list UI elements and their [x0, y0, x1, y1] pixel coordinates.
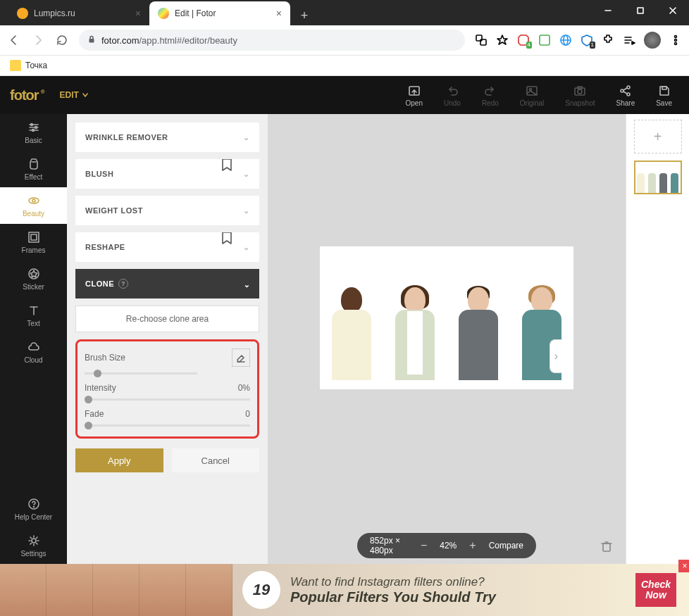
sidebar-item-sticker[interactable]: Sticker	[0, 260, 67, 297]
back-button[interactable]	[7, 33, 21, 47]
bookmark-item[interactable]: Точка	[25, 61, 47, 70]
svg-rect-42	[29, 232, 39, 242]
compare-button[interactable]: Compare	[489, 541, 523, 551]
premium-ribbon-icon	[221, 159, 232, 175]
globe-ext-icon[interactable]	[559, 34, 572, 46]
zoom-out-button[interactable]: −	[421, 539, 427, 552]
svg-point-37	[35, 127, 37, 129]
ad-banner[interactable]: 19 Want to find Instagram filters online…	[0, 564, 689, 616]
add-image-button[interactable]: +	[634, 120, 682, 153]
sidebar-item-frames[interactable]: Frames	[0, 224, 67, 260]
zoom-in-button[interactable]: +	[469, 539, 476, 552]
adblock-icon[interactable]: 4	[517, 34, 530, 46]
ad-thumbnails	[0, 564, 232, 616]
svg-marker-16	[632, 42, 635, 44]
accordion-weight-lost[interactable]: WEIGHT LOST⌄	[75, 196, 259, 225]
open-button[interactable]: Open	[399, 84, 430, 107]
chrome-menu-icon[interactable]	[669, 34, 682, 46]
vault-badge: 1	[590, 42, 595, 49]
snapshot-button[interactable]: Snapshot	[558, 84, 602, 107]
intensity-label: Intensity	[85, 383, 116, 393]
vault-ext-icon[interactable]: 1	[581, 34, 593, 46]
new-tab-button[interactable]: +	[294, 6, 314, 25]
accordion-blush[interactable]: BLUSH⌄	[75, 159, 259, 189]
svg-point-41	[32, 199, 35, 202]
close-window-button[interactable]	[657, 0, 689, 22]
forward-button[interactable]	[31, 33, 45, 47]
collapse-thumbnails-button[interactable]: ›	[550, 339, 562, 373]
premium-ribbon-icon	[221, 232, 232, 248]
svg-point-50	[32, 539, 36, 543]
undo-button[interactable]: Undo	[437, 84, 468, 107]
ad-close-button[interactable]: ×	[678, 560, 689, 572]
sidebar-item-basic[interactable]: Basic	[0, 114, 67, 151]
cancel-button[interactable]: Cancel	[172, 448, 260, 472]
sidebar-item-help[interactable]: Help Center	[0, 491, 67, 527]
lock-icon	[87, 35, 96, 46]
svg-rect-43	[31, 234, 37, 240]
svg-point-38	[32, 130, 34, 132]
ad-subheadline: Popular Filters You Should Try	[290, 589, 635, 605]
close-icon[interactable]: ×	[276, 8, 282, 19]
fotor-logo[interactable]: fotor®	[10, 87, 39, 103]
thumbnail-1[interactable]	[634, 161, 682, 194]
fade-slider[interactable]	[85, 425, 250, 427]
zoom-value: 42%	[440, 541, 457, 551]
editor-canvas[interactable]: 852px × 480px − 42% + Compare ›	[268, 114, 626, 564]
svg-point-49	[33, 507, 34, 508]
extensions-icon[interactable]	[602, 34, 614, 46]
checkmark-ext-icon[interactable]	[538, 34, 551, 46]
eraser-icon[interactable]	[232, 348, 250, 367]
svg-point-19	[675, 43, 677, 45]
media-icon[interactable]	[623, 34, 635, 46]
redo-button[interactable]: Redo	[475, 84, 506, 107]
accordion-wrinkle-remover[interactable]: WRINKLE REMOVER⌄	[75, 122, 259, 152]
chevron-down-icon: ⌄	[243, 206, 250, 215]
help-icon[interactable]: ?	[118, 279, 128, 289]
chevron-down-icon: ⌄	[243, 133, 250, 142]
svg-rect-4	[89, 39, 94, 43]
tab-title: Edit | Fotor	[175, 8, 216, 18]
delete-button[interactable]	[600, 540, 613, 555]
translate-icon[interactable]	[475, 34, 488, 46]
svg-rect-1	[638, 8, 643, 13]
accordion-reshape[interactable]: RESHAPE⌄	[75, 232, 259, 262]
tab-lumpics[interactable]: Lumpics.ru ×	[8, 1, 149, 25]
sidebar-item-text[interactable]: Text	[0, 297, 67, 334]
chevron-down-icon: ⌄	[243, 243, 250, 252]
tab-fotor[interactable]: Edit | Fotor ×	[149, 1, 290, 25]
highlighted-controls: Brush Size Intensity0% Fade0	[75, 339, 259, 439]
reload-button[interactable]	[55, 33, 69, 47]
ad-cta-button[interactable]: CheckNow	[635, 573, 676, 607]
bookmarks-bar: Точка	[0, 56, 689, 76]
app-toolbar: fotor® EDIT Open Undo Redo Original Snap…	[0, 76, 689, 114]
share-button[interactable]: Share	[609, 84, 643, 107]
sidebar-item-settings[interactable]: Settings	[0, 527, 67, 564]
minimize-button[interactable]	[592, 0, 624, 22]
fade-value: 0	[245, 409, 250, 419]
svg-point-18	[675, 39, 677, 42]
svg-line-30	[623, 88, 627, 90]
intensity-slider[interactable]	[85, 398, 250, 401]
sidebar-item-effect[interactable]: Effect	[0, 151, 67, 187]
accordion-clone[interactable]: CLONE?⌃	[75, 269, 259, 298]
brush-size-slider[interactable]	[85, 372, 197, 375]
save-button[interactable]: Save	[649, 84, 679, 107]
mode-dropdown[interactable]: EDIT	[60, 90, 89, 100]
maximize-button[interactable]	[624, 0, 657, 22]
apply-button[interactable]: Apply	[75, 448, 163, 472]
address-bar[interactable]: fotor.com/app.html#/editor/beauty	[79, 30, 465, 51]
close-icon[interactable]: ×	[135, 8, 141, 19]
ad-headline: Want to find Instagram filters online?	[290, 575, 635, 589]
original-button[interactable]: Original	[513, 84, 551, 107]
adblock-badge: 4	[526, 42, 532, 49]
svg-point-25	[578, 89, 582, 94]
rechoose-clone-area-button[interactable]: Re-choose clone area	[75, 306, 259, 332]
bookmark-star-icon[interactable]	[496, 34, 509, 46]
profile-avatar[interactable]	[644, 32, 661, 49]
fade-label: Fade	[85, 409, 104, 419]
sidebar-item-beauty[interactable]: Beauty	[0, 187, 67, 224]
sidebar-item-cloud[interactable]: Cloud	[0, 334, 67, 370]
thumbnails-strip: +	[626, 114, 689, 564]
svg-rect-32	[662, 87, 666, 89]
